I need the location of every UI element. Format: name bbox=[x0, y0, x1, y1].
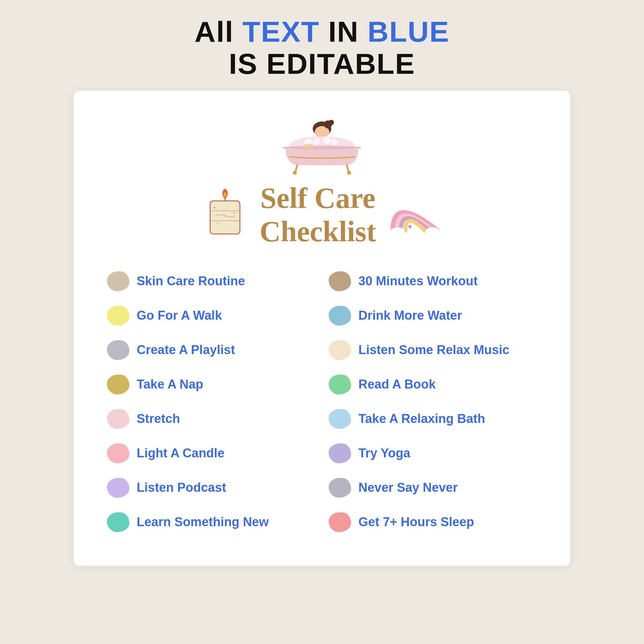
checklist-item-drink-water: Drink More Water bbox=[329, 299, 537, 333]
label-sleep[interactable]: Get 7+ Hours Sleep bbox=[358, 515, 474, 529]
label-go-walk[interactable]: Go For A Walk bbox=[137, 308, 222, 323]
svg-point-16 bbox=[303, 144, 315, 150]
blob-light-candle bbox=[107, 443, 129, 463]
label-relax-music[interactable]: Listen Some Relax Music bbox=[358, 343, 509, 357]
checklist-card: ✦ ✦ ✦ Self Care Checklist ♥ bbox=[74, 91, 570, 566]
svg-line-12 bbox=[296, 165, 297, 172]
blob-take-nap bbox=[107, 375, 129, 394]
checklist-item-never-say: Never Say Never bbox=[329, 471, 537, 505]
checklist-item-yoga: Try Yoga bbox=[329, 436, 537, 471]
label-drink-water[interactable]: Drink More Water bbox=[358, 308, 462, 323]
label-light-candle[interactable]: Light A Candle bbox=[137, 446, 224, 460]
title-line2: Checklist bbox=[260, 215, 376, 248]
svg-line-14 bbox=[347, 165, 348, 172]
label-stretch[interactable]: Stretch bbox=[137, 412, 180, 426]
label-take-nap[interactable]: Take A Nap bbox=[137, 377, 203, 391]
blob-sleep bbox=[329, 512, 351, 532]
label-listen-podcast[interactable]: Listen Podcast bbox=[137, 481, 226, 495]
label-never-say[interactable]: Never Say Never bbox=[358, 481, 458, 495]
blob-relax-music bbox=[329, 340, 351, 360]
blob-read-book bbox=[329, 375, 351, 394]
svg-point-15 bbox=[347, 171, 351, 175]
candle-illustration: ✦ ✦ ✦ bbox=[204, 188, 247, 242]
blob-listen-podcast bbox=[107, 478, 129, 498]
svg-text:✦: ✦ bbox=[233, 211, 235, 215]
checklist-item-create-playlist: Create A Playlist bbox=[107, 333, 315, 367]
svg-point-18 bbox=[223, 192, 227, 198]
svg-point-13 bbox=[293, 171, 297, 175]
checklist-item-take-nap: Take A Nap bbox=[107, 367, 315, 402]
svg-point-28 bbox=[425, 227, 440, 235]
blob-create-playlist bbox=[107, 340, 129, 360]
blob-drink-water bbox=[329, 306, 351, 326]
checklist-item-read-book: Read A Book bbox=[329, 367, 537, 402]
blob-never-say bbox=[329, 478, 351, 498]
checklist-item-relax-music: Listen Some Relax Music bbox=[329, 333, 537, 367]
checklist-item-listen-podcast: Listen Podcast bbox=[107, 471, 315, 505]
svg-point-11 bbox=[284, 146, 360, 150]
checklist-item-relaxing-bath: Take A Relaxing Bath bbox=[329, 402, 537, 436]
checklist-item-skin-care: Skin Care Routine bbox=[107, 264, 315, 299]
blob-workout bbox=[329, 271, 351, 291]
blob-skin-care bbox=[107, 271, 129, 291]
label-learn-new[interactable]: Learn Something New bbox=[137, 515, 269, 529]
header-text-in: IN bbox=[320, 15, 368, 48]
header: All TEXT IN BLUE IS EDITABLE bbox=[195, 16, 449, 80]
svg-text:✦: ✦ bbox=[217, 222, 219, 225]
header-text-blue: BLUE bbox=[368, 15, 450, 48]
blob-relaxing-bath bbox=[329, 409, 351, 429]
label-create-playlist[interactable]: Create A Playlist bbox=[137, 343, 235, 357]
checklist-item-workout: 30 Minutes Workout bbox=[329, 264, 537, 299]
svg-point-27 bbox=[391, 227, 405, 235]
bath-illustration bbox=[276, 111, 368, 178]
svg-point-7 bbox=[323, 136, 331, 144]
checklist-item-stretch: Stretch bbox=[107, 402, 315, 436]
title-row: ✦ ✦ ✦ Self Care Checklist ♥ bbox=[100, 181, 544, 248]
checklist-item-light-candle: Light A Candle bbox=[107, 436, 315, 471]
label-read-book[interactable]: Read A Book bbox=[358, 377, 436, 391]
header-line2: IS EDITABLE bbox=[195, 48, 449, 80]
left-column: Skin Care RoutineGo For A WalkCreate A P… bbox=[107, 264, 315, 539]
blob-learn-new bbox=[107, 512, 129, 532]
header-text-text: TEXT bbox=[243, 15, 320, 48]
blob-go-walk bbox=[107, 306, 129, 326]
svg-point-8 bbox=[331, 139, 338, 146]
checklist-item-go-walk: Go For A Walk bbox=[107, 299, 315, 333]
blob-yoga bbox=[329, 443, 351, 463]
checklist-item-learn-new: Learn Something New bbox=[107, 505, 315, 539]
svg-point-3 bbox=[329, 120, 334, 125]
label-skin-care[interactable]: Skin Care Routine bbox=[137, 274, 245, 288]
blob-stretch bbox=[107, 409, 129, 429]
right-column: 30 Minutes WorkoutDrink More WaterListen… bbox=[329, 264, 537, 539]
label-relaxing-bath[interactable]: Take A Relaxing Bath bbox=[358, 412, 485, 426]
label-workout[interactable]: 30 Minutes Workout bbox=[358, 274, 478, 288]
checklist-grid: Skin Care RoutineGo For A WalkCreate A P… bbox=[100, 264, 544, 539]
header-text-all: All bbox=[195, 15, 243, 48]
label-yoga[interactable]: Try Yoga bbox=[358, 446, 410, 460]
header-line1: All TEXT IN BLUE bbox=[195, 16, 449, 48]
checklist-item-sleep: Get 7+ Hours Sleep bbox=[329, 505, 537, 539]
title-line1: Self Care bbox=[260, 181, 376, 215]
self-care-title: Self Care Checklist bbox=[260, 181, 376, 248]
rainbow-illustration: ♥ bbox=[390, 191, 441, 239]
svg-text:✦: ✦ bbox=[213, 206, 216, 210]
svg-text:♥: ♥ bbox=[408, 223, 412, 230]
